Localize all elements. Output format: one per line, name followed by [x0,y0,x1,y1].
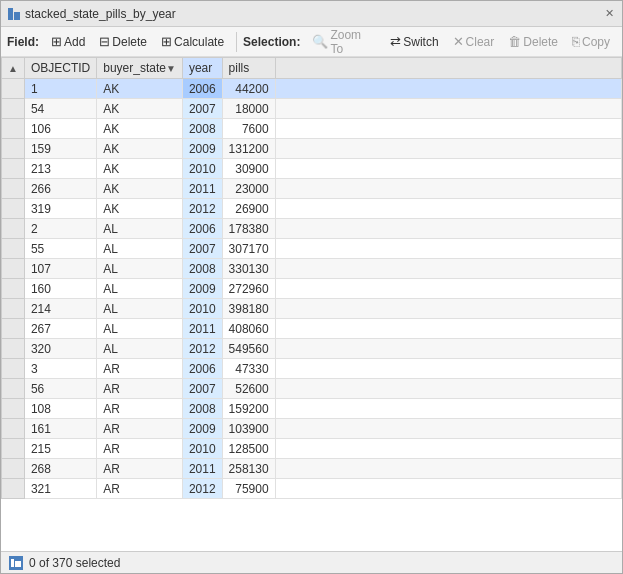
table-row[interactable]: 320AL2012549560 [2,339,622,359]
table-row[interactable]: 266AK201123000 [2,179,622,199]
col-header-year[interactable]: year [182,58,222,79]
cell-year: 2010 [182,299,222,319]
row-indicator [2,259,25,279]
toolbar-separator-1 [236,32,237,52]
cell-year: 2008 [182,259,222,279]
table-row[interactable]: 1AK200644200 [2,79,622,99]
table-row[interactable]: 106AK20087600 [2,119,622,139]
copy-icon: ⎘ [572,34,580,49]
table-row[interactable]: 321AR201275900 [2,479,622,499]
cell-empty [275,359,621,379]
calculate-button[interactable]: ⊞ Calculate [155,31,230,53]
calculate-label: Calculate [174,35,224,49]
table-row[interactable]: 107AL2008330130 [2,259,622,279]
table-row[interactable]: 55AL2007307170 [2,239,622,259]
cell-objectid: 319 [24,199,96,219]
zoom-to-button[interactable]: 🔍 Zoom To [306,31,382,53]
cell-pills: 272960 [222,279,275,299]
cell-empty [275,199,621,219]
table-row[interactable]: 215AR2010128500 [2,439,622,459]
table-row[interactable]: 161AR2009103900 [2,419,622,439]
cell-year: 2009 [182,419,222,439]
calculate-icon: ⊞ [161,34,172,49]
table-header-row: ▲ OBJECTID buyer_state ▼ [2,58,622,79]
switch-button[interactable]: ⇄ Switch [384,31,444,53]
clear-button[interactable]: ✕ Clear [447,31,501,53]
add-label: Add [64,35,85,49]
row-indicator [2,79,25,99]
table-row[interactable]: 267AL2011408060 [2,319,622,339]
title-bar: stacked_state_pills_by_year ✕ [1,1,622,27]
toolbar: Field: ⊞ Add ⊟ Delete ⊞ Calculate Select… [1,27,622,57]
row-indicator [2,439,25,459]
cell-empty [275,259,621,279]
cell-pills: 7600 [222,119,275,139]
row-indicator-header: ▲ [2,58,25,79]
col-header-buyer-state[interactable]: buyer_state ▼ [97,58,183,79]
table-body: 1AK20064420054AK200718000106AK2008760015… [2,79,622,499]
cell-empty [275,419,621,439]
cell-pills: 52600 [222,379,275,399]
copy-button[interactable]: ⎘ Copy [566,31,616,53]
cell-pills: 307170 [222,239,275,259]
cell-buyer-state: AL [97,219,183,239]
cell-year: 2007 [182,99,222,119]
add-icon: ⊞ [51,34,62,49]
cell-objectid: 320 [24,339,96,359]
cell-year: 2008 [182,399,222,419]
cell-objectid: 321 [24,479,96,499]
main-window: stacked_state_pills_by_year ✕ Field: ⊞ A… [0,0,623,574]
table-row[interactable]: 54AK200718000 [2,99,622,119]
delete-field-button[interactable]: ⊟ Delete [93,31,153,53]
cell-objectid: 108 [24,399,96,419]
table-row[interactable]: 319AK201226900 [2,199,622,219]
table-row[interactable]: 108AR2008159200 [2,399,622,419]
cell-empty [275,479,621,499]
copy-label: Copy [582,35,610,49]
cell-buyer-state: AK [97,119,183,139]
svg-rect-3 [11,559,14,567]
cell-objectid: 161 [24,419,96,439]
row-indicator [2,299,25,319]
table-row[interactable]: 56AR200752600 [2,379,622,399]
table-row[interactable]: 160AL2009272960 [2,279,622,299]
cell-empty [275,119,621,139]
cell-objectid: 268 [24,459,96,479]
table-row[interactable]: 214AL2010398180 [2,299,622,319]
cell-empty [275,179,621,199]
cell-empty [275,319,621,339]
close-button[interactable]: ✕ [602,7,616,21]
add-button[interactable]: ⊞ Add [45,31,91,53]
cell-buyer-state: AR [97,359,183,379]
table-row[interactable]: 3AR200647330 [2,359,622,379]
col-header-objectid[interactable]: OBJECTID [24,58,96,79]
delete-selection-button[interactable]: 🗑 Delete [502,31,564,53]
row-indicator [2,159,25,179]
row-indicator [2,319,25,339]
row-indicator [2,399,25,419]
table-row[interactable]: 268AR2011258130 [2,459,622,479]
cell-pills: 258130 [222,459,275,479]
svg-rect-0 [8,8,13,20]
delete-selection-icon: 🗑 [508,34,521,49]
row-indicator [2,219,25,239]
col-label-year: year [189,61,216,75]
cell-year: 2009 [182,139,222,159]
cell-empty [275,99,621,119]
cell-pills: 398180 [222,299,275,319]
table-row[interactable]: 2AL2006178380 [2,219,622,239]
cell-year: 2012 [182,199,222,219]
row-indicator [2,199,25,219]
row-indicator [2,419,25,439]
cell-objectid: 56 [24,379,96,399]
col-header-empty [275,58,621,79]
cell-objectid: 55 [24,239,96,259]
col-header-pills[interactable]: pills [222,58,275,79]
table-row[interactable]: 159AK2009131200 [2,139,622,159]
row-indicator [2,99,25,119]
row-indicator [2,139,25,159]
table-row[interactable]: 213AK201030900 [2,159,622,179]
cell-empty [275,79,621,99]
field-label: Field: [7,35,39,49]
cell-objectid: 160 [24,279,96,299]
